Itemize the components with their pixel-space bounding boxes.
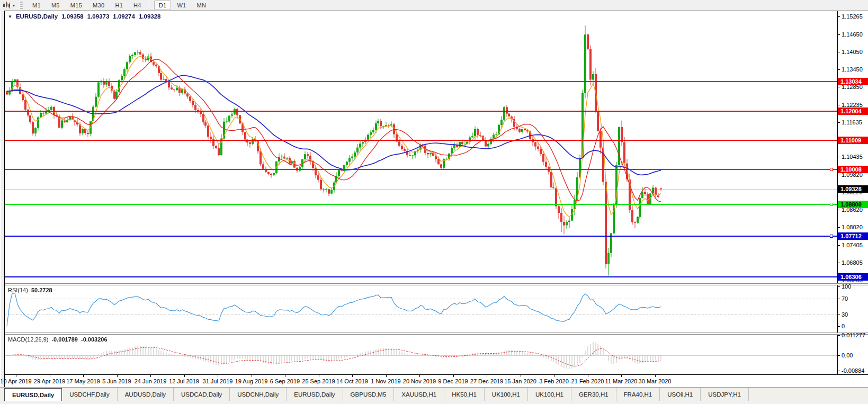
macd-tick-label: -0.00884 [842, 367, 864, 374]
macd-tick-mark [838, 355, 840, 356]
price-chart-canvas[interactable] [5, 12, 837, 283]
macd-name: MACD(12,26,9) [8, 336, 48, 343]
price-tick-mark [838, 87, 840, 87]
macd-tick-mark [838, 371, 840, 371]
rsi-value: 50.2728 [31, 287, 52, 293]
date-tick-mark [588, 375, 588, 377]
date-tick-mark [50, 375, 50, 377]
chart-tab-xauusd-h1[interactable]: XAUUSD,H1 [394, 388, 444, 401]
rsi-tick-label: 0 [842, 323, 845, 329]
date-tick-mark [554, 375, 554, 377]
timeframe-button-m1[interactable]: M1 [28, 1, 46, 10]
rsi-name: RSI(14) [8, 287, 28, 293]
price-tick-label: 1.10435 [842, 154, 863, 160]
chart-tab-uk100-h1[interactable]: UK100,H1 [485, 388, 528, 401]
timeframe-button-m5[interactable]: M5 [47, 1, 65, 10]
macd-pane: MACD(12,26,9) -0.001789 -0.003206 0.0112… [5, 335, 868, 374]
timeframe-button-m15[interactable]: M15 [66, 1, 87, 10]
chart-tab-uk100-h1[interactable]: UK100,H1 [528, 388, 571, 401]
level-price-label: 1.13034 [838, 78, 868, 85]
date-tick-mark [386, 375, 387, 377]
price-tick-label: 1.14050 [842, 49, 863, 55]
level-price-label: 1.07712 [838, 232, 868, 240]
mt4-window: ▼ M1M5M15M30H1H4D1W1MN ▼ EURUSD,Daily 1.… [0, 0, 868, 404]
date-tick-mark [419, 375, 420, 377]
macd-chart-canvas[interactable] [5, 335, 837, 374]
level-price-label: 1.12004 [838, 107, 868, 115]
price-tick-mark [838, 210, 840, 210]
chart-tab-fra40-h1[interactable]: FRA40,H1 [616, 388, 660, 401]
timeframe-toolbar: ▼ M1M5M15M30H1H4D1W1MN [0, 0, 868, 11]
macd-label: MACD(12,26,9) -0.001789 -0.003206 [8, 336, 108, 343]
chart-tab-ger30-h1[interactable]: GER30,H1 [571, 388, 616, 401]
timeframe-button-m30[interactable]: M30 [88, 1, 109, 10]
timeframe-button-w1[interactable]: W1 [172, 1, 191, 10]
date-tick-mark [453, 375, 454, 377]
toolbar-grip[interactable] [20, 2, 23, 9]
price-axis[interactable]: 1.152651.146501.140501.134501.128501.122… [837, 11, 868, 283]
chart-tab-eurusd-daily[interactable]: EURUSD,Daily [287, 388, 343, 401]
collapse-triangle-icon[interactable]: ▼ [8, 14, 12, 19]
chart-type-dropdown-icon[interactable]: ▼ [11, 1, 16, 10]
price-tick-label: 1.15265 [842, 13, 863, 20]
chart-symbol: EURUSD,Daily [16, 13, 58, 20]
toolbar-separator [150, 2, 150, 9]
date-tick-mark [184, 375, 185, 377]
chart-tab-gbpusd-m5[interactable]: GBPUSD,M5 [343, 388, 395, 401]
chart-tab-bar: EURUSD,DailyUSDCHF,DailyAUDUSD,DailyUSDC… [0, 387, 868, 401]
timeframe-button-d1[interactable]: D1 [154, 1, 172, 10]
current-price-label: 1.09328 [838, 185, 868, 193]
rsi-tick-mark [838, 299, 840, 299]
chart-tab-hk50-h1[interactable]: HK50,H1 [444, 388, 485, 401]
date-tick-mark [16, 375, 16, 377]
chart-tab-usoil-h1[interactable]: USOil,H1 [660, 388, 701, 401]
macd-value-main: -0.001789 [51, 336, 78, 343]
price-tick-label: 1.07405 [842, 242, 863, 248]
price-tick-label: 1.06805 [842, 259, 863, 266]
chart-high: 1.09373 [87, 13, 110, 20]
chart-tab-usdjpy-h1[interactable]: USDJPY,H1 [701, 388, 749, 401]
timeframe-button-mn[interactable]: MN [192, 1, 211, 10]
timeframe-button-h1[interactable]: H1 [110, 1, 128, 10]
price-tick-mark [838, 227, 840, 228]
chart-tab-eurusd-daily[interactable]: EURUSD,Daily [4, 388, 62, 401]
date-tick-mark [352, 375, 353, 377]
date-tick-mark [83, 375, 84, 377]
rsi-tick-label: 100 [842, 283, 851, 290]
chart-tab-usdcnh-daily[interactable]: USDCNH,Daily [230, 388, 287, 401]
chart-tab-usdchf-daily[interactable]: USDCHF,Daily [62, 388, 117, 401]
chart-type-icon[interactable] [2, 1, 11, 10]
rsi-chart-canvas[interactable] [5, 285, 837, 333]
chart-tab-audusd-daily[interactable]: AUDUSD,Daily [118, 388, 174, 401]
date-tick-mark [252, 375, 252, 377]
price-tick-mark [838, 52, 840, 52]
date-tick-mark [319, 375, 319, 377]
price-tick-mark [838, 69, 840, 70]
chart-tab-usdcad-daily[interactable]: USDCAD,Daily [174, 388, 230, 401]
rsi-axis[interactable]: 10070300 [837, 285, 868, 333]
macd-tick-label: 0.011277 [842, 332, 865, 338]
rsi-tick-mark [838, 286, 840, 287]
date-label: 30 Mar 2020 [633, 378, 677, 384]
timeframe-button-h4[interactable]: H4 [129, 1, 146, 10]
price-tick-label: 1.14650 [842, 31, 863, 38]
date-tick-mark [655, 375, 656, 377]
chart-open: 1.09358 [61, 13, 84, 20]
level-price-label: 1.06306 [838, 273, 868, 281]
date-tick-mark [621, 375, 622, 377]
rsi-tick-mark [838, 326, 840, 327]
price-tick-mark [838, 263, 840, 263]
date-axis[interactable]: 10 Apr 201929 Apr 201917 May 20195 Jun 2… [5, 374, 868, 388]
macd-tick-mark [838, 335, 840, 336]
price-tick-label: 1.11635 [842, 119, 862, 125]
date-tick-mark [150, 375, 151, 377]
rsi-tick-label: 70 [842, 295, 848, 302]
price-tick-label: 1.13450 [842, 66, 863, 73]
level-price-label: 1.11009 [838, 137, 868, 144]
rsi-pane: RSI(14) 50.2728 10070300 [5, 285, 868, 333]
date-tick-mark [117, 375, 118, 377]
macd-axis[interactable]: 0.0112770.00-0.00884 [837, 335, 868, 374]
price-pane: ▼ EURUSD,Daily 1.09358 1.09373 1.09274 1… [5, 11, 868, 283]
price-tick-mark [838, 16, 840, 17]
timeframe-buttons: M1M5M15M30H1H4D1W1MN [27, 0, 211, 11]
